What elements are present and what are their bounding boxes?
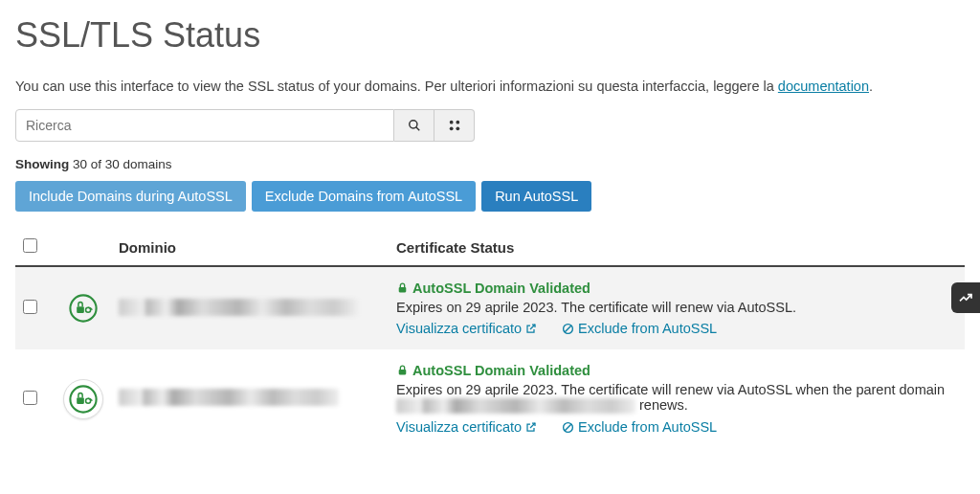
svg-point-5 — [456, 126, 459, 130]
svg-point-3 — [456, 121, 459, 124]
settings-button[interactable] — [434, 109, 475, 142]
chart-icon — [958, 290, 973, 305]
lock-icon — [396, 281, 412, 296]
svg-point-2 — [449, 121, 453, 124]
ban-icon — [562, 421, 574, 434]
exclude-from-autossl-link[interactable]: Exclude from AutoSSL — [562, 419, 717, 435]
row-checkbox[interactable] — [23, 300, 37, 314]
header-status: Certificate Status — [389, 229, 965, 266]
svg-line-17 — [565, 424, 571, 431]
showing-count: Showing 30 of 30 domains — [15, 157, 965, 171]
exclude-from-autossl-link[interactable]: Exclude from AutoSSL — [562, 321, 717, 336]
external-link-icon — [525, 323, 537, 334]
intro-text: You can use this interface to view the S… — [15, 79, 965, 94]
view-certificate-link[interactable]: Visualizza certificato — [396, 321, 537, 336]
lock-icon — [396, 363, 412, 378]
intro-part1: You can use this interface to view the S… — [15, 79, 778, 94]
svg-line-11 — [565, 326, 571, 332]
expires-post: renews. — [635, 397, 688, 413]
showing-label: Showing — [15, 157, 69, 171]
row-links: Visualizza certificato Exclude from Auto… — [396, 419, 957, 435]
intro-part2: . — [869, 79, 873, 94]
svg-point-4 — [449, 126, 453, 130]
svg-rect-7 — [77, 306, 84, 313]
expires-text: Expires on 29 aprile 2023. The certifica… — [396, 382, 957, 414]
side-analytics-tab[interactable] — [951, 282, 980, 313]
select-all-checkbox[interactable] — [23, 238, 37, 253]
documentation-link[interactable]: documentation — [778, 79, 869, 94]
domains-table: Dominio Certificate Status AutoSSL Domai… — [15, 229, 965, 448]
action-buttons: Include Domains during AutoSSL Exclude D… — [15, 181, 965, 212]
domain-redacted — [119, 389, 339, 406]
svg-rect-15 — [399, 370, 407, 374]
run-autossl-button[interactable]: Run AutoSSL — [481, 181, 591, 212]
view-certificate-link[interactable]: Visualizza certificato — [396, 419, 537, 435]
expires-pre: Expires on 29 aprile 2023. The certifica… — [396, 382, 945, 397]
parent-domain-redacted — [396, 398, 635, 414]
validated-line: AutoSSL Domain Validated — [396, 363, 957, 378]
header-domain: Dominio — [111, 229, 389, 266]
svg-point-0 — [409, 121, 416, 128]
domain-redacted — [119, 299, 358, 316]
header-icon-col — [56, 229, 111, 266]
validated-text: AutoSSL Domain Validated — [412, 281, 590, 296]
include-domains-button[interactable]: Include Domains during AutoSSL — [15, 181, 246, 212]
lock-status-icon — [63, 379, 103, 419]
validated-line: AutoSSL Domain Validated — [396, 281, 957, 296]
expires-text: Expires on 29 aprile 2023. The certifica… — [396, 300, 957, 315]
exclude-label: Exclude from AutoSSL — [578, 419, 717, 435]
external-link-icon — [525, 421, 537, 433]
table-row: AutoSSL Domain Validated Expires on 29 a… — [15, 266, 965, 349]
row-links: Visualizza certificato Exclude from Auto… — [396, 321, 957, 336]
lock-status-icon — [63, 288, 103, 328]
table-row: AutoSSL Domain Validated Expires on 29 a… — [15, 349, 965, 448]
svg-line-1 — [415, 127, 419, 131]
exclude-domains-button[interactable]: Exclude Domains from AutoSSL — [252, 181, 476, 212]
validated-text: AutoSSL Domain Validated — [412, 363, 590, 378]
search-button[interactable] — [394, 109, 434, 142]
search-input[interactable] — [15, 109, 394, 142]
page-title: SSL/TLS Status — [15, 15, 965, 56]
svg-rect-9 — [399, 287, 407, 292]
header-checkbox-col — [15, 229, 56, 266]
svg-rect-13 — [77, 397, 84, 404]
ban-icon — [562, 323, 574, 335]
row-checkbox[interactable] — [23, 391, 37, 405]
search-icon — [408, 119, 421, 132]
showing-text: 30 of 30 domains — [73, 157, 172, 171]
exclude-label: Exclude from AutoSSL — [578, 321, 717, 336]
search-row — [15, 109, 965, 142]
gear-icon — [447, 118, 462, 133]
view-cert-label: Visualizza certificato — [396, 321, 522, 336]
view-cert-label: Visualizza certificato — [396, 419, 522, 435]
